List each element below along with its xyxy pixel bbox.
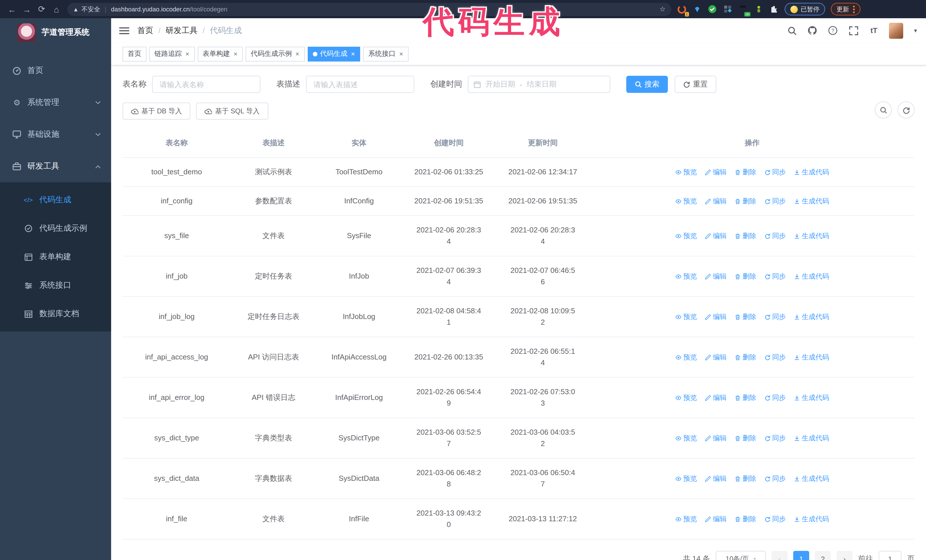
action-edit[interactable]: 编辑 [705,230,726,242]
action-sync[interactable]: 同步 [764,352,786,363]
page-button-2[interactable]: 2 [815,551,831,560]
action-sync[interactable]: 同步 [764,195,786,207]
close-icon[interactable]: ✕ [233,51,238,57]
action-edit[interactable]: 编辑 [705,311,726,323]
browser-menu-kebab-icon[interactable] [853,5,855,13]
sidebar-item-db-doc[interactable]: 数据库文档 [0,300,111,328]
action-download[interactable]: 生成代码 [794,311,829,323]
page-button-1[interactable]: 1 [793,551,809,560]
next-page-button[interactable]: › [837,551,852,560]
table-name-input[interactable] [152,76,260,93]
action-eye[interactable]: 预览 [675,230,697,242]
app-logo-row[interactable]: 芋道管理系统 [0,18,111,47]
sidebar-item-infra[interactable]: 基础设施 [0,118,111,150]
extension-icon-green-check[interactable] [707,4,717,14]
browser-back-icon[interactable]: ← [5,2,20,17]
action-delete[interactable]: 删除 [735,473,756,484]
tag-item[interactable]: 系统接口✕ [363,47,408,61]
table-desc-input[interactable] [306,76,414,93]
breadcrumb-devtools[interactable]: 研发工具 [165,25,197,36]
avatar[interactable] [889,23,903,38]
action-delete[interactable]: 删除 [735,195,756,207]
breadcrumb-home[interactable]: 首页 [137,25,153,36]
tag-item[interactable]: 代码生成示例✕ [246,47,304,61]
action-delete[interactable]: 删除 [735,166,756,178]
sidebar-item-codegen[interactable]: </> 代码生成 [0,186,111,214]
action-download[interactable]: 生成代码 [794,513,829,525]
prev-page-button[interactable]: ‹ [772,551,788,560]
action-sync[interactable]: 同步 [764,270,786,282]
action-delete[interactable]: 删除 [735,352,756,363]
action-eye[interactable]: 预览 [675,392,697,403]
action-delete[interactable]: 删除 [735,311,756,323]
action-eye[interactable]: 预览 [675,432,697,444]
search-button[interactable]: 搜索 [626,76,668,93]
extension-icon-gem[interactable] [692,4,702,14]
extension-icon-android[interactable] [754,4,764,14]
action-eye[interactable]: 预览 [675,195,697,207]
action-sync[interactable]: 同步 [764,432,786,444]
font-size-icon[interactable]: tT [869,25,879,36]
action-sync[interactable]: 同步 [764,230,786,242]
toggle-search-button[interactable] [875,101,892,118]
tag-item[interactable]: 链路追踪✕ [149,47,195,61]
browser-update-button[interactable]: 更新 [831,3,861,15]
action-sync[interactable]: 同步 [764,311,786,323]
action-delete[interactable]: 删除 [735,513,756,525]
action-delete[interactable]: 删除 [735,230,756,242]
action-download[interactable]: 生成代码 [794,473,829,484]
sidebar-item-codegen-example[interactable]: 代码生成示例 [0,214,111,243]
action-download[interactable]: 生成代码 [794,230,829,242]
action-sync[interactable]: 同步 [764,392,786,403]
action-sync[interactable]: 同步 [764,473,786,484]
date-range-picker[interactable]: 开始日期 - 结束日期 [468,76,610,93]
bookmark-star-icon[interactable]: ☆ [659,5,666,13]
github-icon[interactable] [807,25,818,36]
browser-forward-icon[interactable]: → [20,2,34,17]
reset-button[interactable]: 重置 [675,76,716,93]
page-size-select[interactable]: 10条/页 ▾ [716,551,766,560]
action-eye[interactable]: 预览 [675,166,697,178]
action-eye[interactable]: 预览 [675,270,697,282]
close-icon[interactable]: ✕ [399,51,403,57]
fullscreen-icon[interactable] [848,25,859,36]
sidebar-item-system[interactable]: ⚙ 系统管理 [0,87,111,118]
action-download[interactable]: 生成代码 [794,432,829,444]
action-download[interactable]: 生成代码 [794,195,829,207]
goto-page-input[interactable] [879,551,902,560]
action-delete[interactable]: 删除 [735,392,756,403]
close-icon[interactable]: ✕ [185,51,189,57]
action-download[interactable]: 生成代码 [794,166,829,178]
action-delete[interactable]: 删除 [735,432,756,444]
search-icon[interactable] [787,25,797,36]
tag-item[interactable]: 表单构建✕ [197,47,243,61]
refresh-table-button[interactable] [897,101,915,118]
help-icon[interactable]: ? [828,25,838,36]
import-sql-button[interactable]: 基于 SQL 导入 [196,103,268,120]
action-download[interactable]: 生成代码 [794,392,829,403]
sidebar-item-form-builder[interactable]: 表单构建 [0,243,111,271]
sidebar-item-home[interactable]: 首页 [0,55,111,87]
hamburger-icon[interactable] [119,27,129,34]
action-edit[interactable]: 编辑 [705,432,726,444]
sidebar-item-system-api[interactable]: 系统接口 [0,271,111,300]
action-eye[interactable]: 预览 [675,473,697,484]
profile-paused-chip[interactable]: 已暂停 [785,3,825,15]
action-edit[interactable]: 编辑 [705,513,726,525]
import-db-button[interactable]: 基于 DB 导入 [123,103,191,120]
extension-icon-orange[interactable]: 1 [676,4,687,14]
action-sync[interactable]: 同步 [764,513,786,525]
tag-item[interactable]: 首页 [123,47,147,61]
chevron-down-icon[interactable]: ▼ [913,28,918,33]
action-delete[interactable]: 删除 [735,270,756,282]
browser-home-icon[interactable]: ⌂ [49,2,64,17]
extension-icon-grid[interactable] [723,4,733,14]
action-sync[interactable]: 同步 [764,166,786,178]
action-edit[interactable]: 编辑 [705,473,726,484]
action-edit[interactable]: 编辑 [705,195,726,207]
action-eye[interactable]: 预览 [675,352,697,363]
close-icon[interactable]: ✕ [295,51,300,57]
address-bar[interactable]: ▲ 不安全 | dashboard.yudao.iocoder.cn/tool/… [67,3,671,16]
action-edit[interactable]: 编辑 [705,352,726,363]
sidebar-item-devtools[interactable]: 研发工具 [0,150,111,182]
